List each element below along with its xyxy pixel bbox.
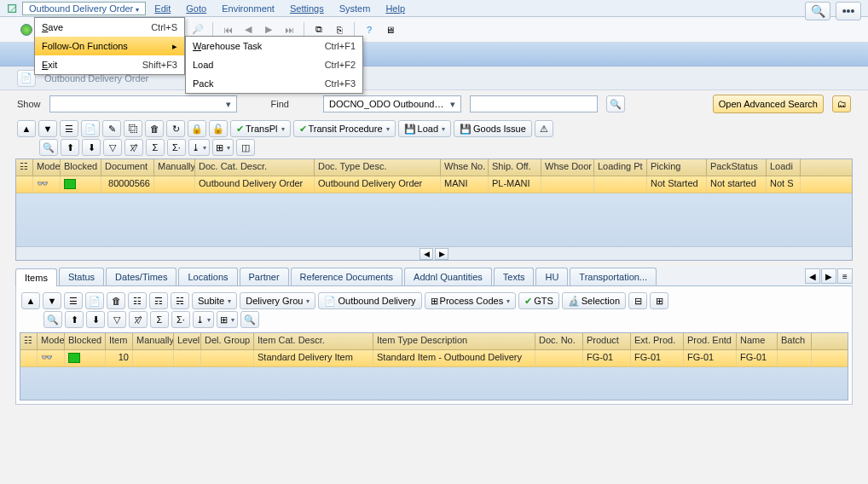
tab-texts[interactable]: Texts: [494, 268, 535, 285]
menu-edit[interactable]: Edit: [148, 2, 177, 15]
transit-procedure-button[interactable]: ✔Transit Procedure: [293, 120, 396, 137]
details2-icon[interactable]: ☰: [64, 292, 83, 309]
col2-batch[interactable]: Batch: [778, 333, 812, 349]
col-shipoff[interactable]: Ship. Off.: [489, 159, 541, 176]
selection-button[interactable]: 🔬Selection: [562, 292, 626, 309]
tab-addnl-quantities[interactable]: Addnl Quantities: [404, 268, 492, 285]
col2-delgroup[interactable]: Del. Group: [201, 333, 254, 349]
col-picking[interactable]: Picking: [647, 159, 707, 176]
col2-extprod[interactable]: Ext. Prod.: [631, 333, 684, 349]
menu-command-icon[interactable]: [5, 3, 20, 14]
col2-rowsel[interactable]: ☷: [20, 333, 38, 349]
scroll-left-icon[interactable]: ◀: [420, 248, 433, 260]
sort-desc-icon[interactable]: ⬇: [82, 139, 101, 156]
col-manually[interactable]: Manually: [154, 159, 195, 176]
graphic2-icon[interactable]: 🔍: [240, 311, 259, 328]
lock-icon[interactable]: 🔒: [188, 120, 206, 137]
submenu-load[interactable]: Load Ctrl+F2: [186, 55, 362, 74]
gts-button[interactable]: ✔GTS: [518, 292, 559, 309]
copy-icon[interactable]: ⿻: [124, 120, 142, 137]
outbound-delivery-button[interactable]: 📄Outbound Delivery: [318, 292, 421, 309]
menu-exit[interactable]: Exit Shift+F3: [35, 55, 184, 74]
load-button[interactable]: 💾Load: [398, 120, 451, 137]
menu-help[interactable]: Help: [379, 2, 412, 15]
menu-follow-on-functions[interactable]: Follow-On Functions ▸: [35, 37, 184, 55]
find2-icon[interactable]: 🔍: [43, 311, 62, 328]
open-advanced-search-button[interactable]: Open Advanced Search: [713, 95, 824, 113]
filter-del2-icon[interactable]: ▽̸: [129, 311, 148, 328]
col2-product[interactable]: Product: [583, 333, 631, 349]
transpl-button[interactable]: ✔TransPl: [230, 120, 291, 137]
col2-mode[interactable]: Mode: [38, 333, 65, 349]
col-packstatus[interactable]: PackStatus: [707, 159, 767, 176]
sort-asc-icon[interactable]: ⬆: [61, 139, 79, 156]
sort-asc2-icon[interactable]: ⬆: [65, 311, 84, 328]
col2-docno[interactable]: Doc. No.: [535, 333, 583, 349]
graphic-icon[interactable]: ◫: [236, 139, 255, 156]
subtotal-icon[interactable]: Σ·: [167, 139, 186, 156]
filter-delete-icon[interactable]: ▽̸: [124, 139, 143, 156]
more-icon[interactable]: •••: [836, 2, 861, 20]
expand-icon[interactable]: ▼: [38, 120, 57, 137]
col2-manually[interactable]: Manually: [133, 333, 174, 349]
filter2-icon[interactable]: ▽: [107, 311, 126, 328]
execute-find-icon[interactable]: 🔍: [606, 95, 625, 112]
col-blocked[interactable]: Blocked: [61, 159, 101, 176]
grid1-row[interactable]: 👓 80000566 Outbound Delivery Order Outbo…: [16, 176, 852, 193]
zoom-icon[interactable]: 🔍: [805, 2, 830, 20]
tab-reference-documents[interactable]: Reference Documents: [291, 268, 402, 285]
export2-icon[interactable]: ⤓: [193, 311, 214, 328]
delivery-group-button[interactable]: Delivery Grou: [240, 292, 315, 309]
find-type-combo[interactable]: DOCNO_ODO Outbound…▾: [323, 95, 461, 112]
subtot2-icon[interactable]: Σ·: [171, 311, 190, 328]
goods-issue-button[interactable]: 💾Goods Issue: [454, 120, 532, 137]
find-input[interactable]: [470, 95, 598, 112]
col-doctype[interactable]: Doc. Type Desc.: [315, 159, 441, 176]
details-icon[interactable]: ☰: [60, 120, 78, 137]
col-whsedoor[interactable]: Whse Door: [541, 159, 594, 176]
export-icon[interactable]: ⤓: [188, 139, 210, 156]
sort-desc2-icon[interactable]: ⬇: [86, 311, 105, 328]
filter-icon[interactable]: ▽: [103, 139, 122, 156]
col-whseno[interactable]: Whse No.: [441, 159, 489, 176]
tab-hu[interactable]: HU: [535, 268, 568, 285]
col-loadingpt[interactable]: Loading Pt: [594, 159, 647, 176]
new-icon[interactable]: 📄: [81, 120, 100, 137]
sum-icon[interactable]: Σ: [146, 139, 165, 156]
doc-icon[interactable]: 📄: [17, 70, 36, 87]
col2-prodent[interactable]: Prod. Entd: [684, 333, 737, 349]
col-loading[interactable]: Loadi: [767, 159, 801, 176]
grid2-row[interactable]: 👓 10 Standard Delivery Item Standard Ite…: [20, 350, 848, 367]
log-icon[interactable]: ⚠: [535, 120, 553, 137]
layout2-icon[interactable]: ⊟: [628, 292, 647, 309]
tab-list-icon[interactable]: ≡: [837, 268, 853, 284]
col2-itemcat[interactable]: Item Cat. Descr.: [254, 333, 373, 349]
tab-partner[interactable]: Partner: [240, 268, 289, 285]
find-in-grid-icon[interactable]: 🔍: [39, 139, 58, 156]
tab-scroll-left-icon[interactable]: ◀: [805, 268, 820, 284]
tab-status[interactable]: Status: [59, 268, 104, 285]
col2-name[interactable]: Name: [737, 333, 778, 349]
show-combo[interactable]: ▾: [49, 95, 237, 112]
col2-item[interactable]: Item: [106, 333, 133, 349]
edit-icon[interactable]: ✎: [102, 120, 121, 137]
hier-icon[interactable]: ☷: [128, 292, 147, 309]
expand2-icon[interactable]: ▼: [43, 292, 61, 309]
col-document[interactable]: Document: [101, 159, 154, 176]
layout-sel-icon[interactable]: ⊞: [217, 311, 238, 328]
process-codes-button[interactable]: ⊞Process Codes: [425, 292, 517, 309]
tab-transportation[interactable]: Transportation...: [570, 268, 657, 285]
menu-goto[interactable]: Goto: [179, 2, 213, 15]
delete-icon[interactable]: 🗑: [145, 120, 164, 137]
hier2-icon[interactable]: ☶: [149, 292, 168, 309]
menu-system[interactable]: System: [333, 2, 378, 15]
customize-icon[interactable]: 🖥: [380, 20, 399, 39]
menu-outbound-delivery-order[interactable]: Outbound Delivery Order ▾: [22, 2, 146, 15]
scroll-right-icon[interactable]: ▶: [435, 248, 448, 260]
tab-dates-times[interactable]: Dates/Times: [106, 268, 176, 285]
menu-settings[interactable]: Settings: [283, 2, 331, 15]
menu-environment[interactable]: Environment: [215, 2, 281, 15]
subitem-button[interactable]: Subite: [192, 292, 237, 309]
submenu-warehouse-task[interactable]: Warehouse Task Ctrl+F1: [186, 37, 362, 55]
sum2-icon[interactable]: Σ: [150, 311, 169, 328]
